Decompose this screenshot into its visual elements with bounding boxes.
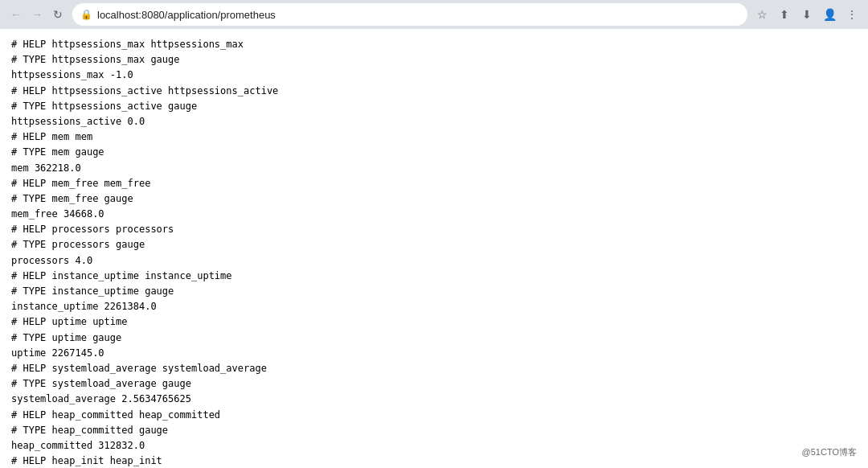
prometheus-output: # HELP httpsessions_max httpsessions_max… (11, 37, 857, 468)
share-button[interactable]: ⬆ (775, 5, 794, 24)
menu-button[interactable]: ⋮ (842, 5, 862, 24)
reload-button[interactable]: ↻ (48, 5, 68, 24)
nav-buttons: ← → ↻ (6, 5, 68, 24)
watermark: @51CTO博客 (799, 445, 860, 460)
lock-icon: 🔒 (80, 9, 92, 20)
address-bar-container: 🔒 (72, 3, 747, 26)
account-button[interactable]: 👤 (820, 5, 839, 24)
browser-chrome: ← → ↻ 🔒 ☆ ⬆ ⬇ 👤 (0, 0, 868, 29)
toolbar-actions: ☆ ⬆ ⬇ 👤 ⋮ (752, 5, 862, 24)
back-button[interactable]: ← (6, 5, 26, 24)
bookmark-button[interactable]: ☆ (752, 5, 772, 24)
browser-toolbar: ← → ↻ 🔒 ☆ ⬆ ⬇ 👤 (0, 0, 868, 29)
address-bar-input[interactable] (97, 9, 739, 21)
download-button[interactable]: ⬇ (797, 5, 817, 24)
forward-button[interactable]: → (27, 5, 47, 24)
page-content[interactable]: # HELP httpsessions_max httpsessions_max… (0, 29, 868, 468)
